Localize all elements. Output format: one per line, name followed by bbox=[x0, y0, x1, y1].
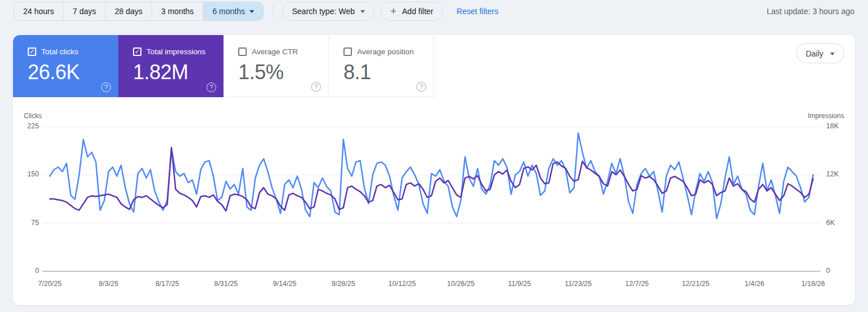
x-axis-date-label: 10/26/25 bbox=[437, 280, 484, 288]
search-type-label: Search type: Web bbox=[292, 7, 355, 16]
search-type-dropdown[interactable]: Search type: Web bbox=[282, 2, 375, 21]
chevron-down-icon bbox=[250, 10, 254, 13]
left-axis-tick: 0 bbox=[16, 267, 39, 275]
right-axis-tick: 6K bbox=[826, 219, 835, 227]
left-axis-tick: 75 bbox=[16, 219, 39, 227]
x-axis-date-label: 12/7/25 bbox=[613, 280, 661, 288]
x-axis-date-label: 1/18/26 bbox=[789, 280, 837, 288]
plus-icon: + bbox=[390, 6, 397, 16]
x-axis-date-label: 1/4/26 bbox=[731, 280, 778, 288]
range-label: 6 months bbox=[212, 7, 245, 16]
date-range-group: 24 hours 7 days 28 days 3 months 6 month… bbox=[14, 2, 264, 21]
right-axis-tick: 0 bbox=[826, 267, 830, 275]
range-label: 3 months bbox=[161, 7, 194, 16]
range-24-hours[interactable]: 24 hours bbox=[14, 2, 63, 20]
left-axis-tick: 150 bbox=[16, 170, 39, 178]
x-axis-date-label: 8/17/25 bbox=[144, 280, 191, 288]
x-axis-date-label: 8/3/25 bbox=[85, 280, 132, 288]
add-filter-button[interactable]: + Add filter bbox=[381, 2, 443, 21]
right-axis-tick: 12K bbox=[826, 170, 839, 178]
range-7-days[interactable]: 7 days bbox=[63, 2, 105, 20]
reset-filters-button[interactable]: Reset filters bbox=[457, 7, 499, 16]
left-axis-tick: 225 bbox=[16, 122, 39, 130]
x-axis-date-label: 11/9/25 bbox=[496, 280, 543, 288]
performance-card: ✓ Total clicks 26.6K ? ✓ Total impressio… bbox=[13, 35, 855, 305]
x-axis-date-label: 8/31/25 bbox=[202, 280, 250, 288]
range-label: 28 days bbox=[115, 7, 143, 16]
filter-toolbar: 24 hours 7 days 28 days 3 months 6 month… bbox=[0, 0, 868, 23]
chart-canvas bbox=[13, 35, 855, 305]
range-label: 7 days bbox=[72, 7, 96, 16]
add-filter-label: Add filter bbox=[402, 7, 433, 16]
x-axis-date-label: 11/23/25 bbox=[555, 280, 602, 288]
range-3-months[interactable]: 3 months bbox=[152, 2, 204, 20]
toolbar-divider bbox=[273, 5, 273, 18]
range-28-days[interactable]: 28 days bbox=[106, 2, 152, 20]
timeseries-chart: Clicks Impressions 22515075018K12K6K07/2… bbox=[13, 35, 855, 305]
x-axis-date-label: 12/21/25 bbox=[672, 280, 719, 288]
range-label: 24 hours bbox=[23, 7, 54, 16]
x-axis-date-label: 7/20/25 bbox=[26, 280, 74, 288]
last-update-text: Last update: 3 hours ago bbox=[767, 7, 854, 16]
chevron-down-icon bbox=[360, 10, 365, 13]
x-axis-date-label: 10/12/25 bbox=[379, 280, 426, 288]
x-axis-date-label: 9/28/25 bbox=[320, 280, 367, 288]
clicks-line bbox=[50, 133, 813, 218]
range-6-months[interactable]: 6 months bbox=[203, 2, 263, 20]
right-axis-tick: 18K bbox=[826, 122, 839, 130]
x-axis-date-label: 9/14/25 bbox=[261, 280, 308, 288]
